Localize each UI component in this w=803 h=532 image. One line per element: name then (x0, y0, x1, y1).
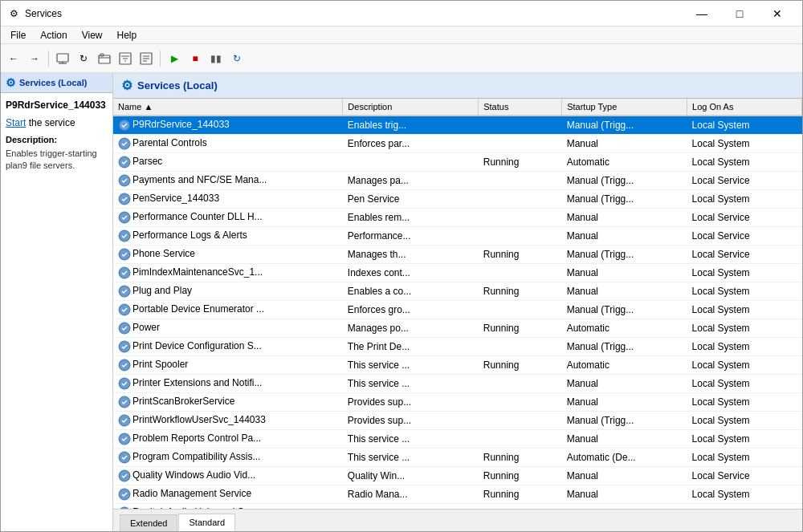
close-button[interactable]: ✕ (759, 1, 796, 26)
table-row[interactable]: Quality Windows Audio Vid...Quality Win.… (113, 467, 802, 485)
restart-button[interactable]: ↻ (227, 49, 247, 68)
cell-description: Quality Win... (343, 467, 479, 485)
cell-description: The Print De... (343, 338, 479, 356)
cell-status: Running (479, 485, 562, 504)
play-button[interactable]: ▶ (165, 49, 184, 68)
services-tbody: P9RdrService_144033Enables trig...Manual… (113, 116, 802, 509)
cell-status (479, 190, 562, 209)
table-row[interactable]: Printer Extensions and Notifi...This ser… (113, 375, 802, 393)
cell-status (479, 375, 562, 393)
table-row[interactable]: Payments and NFC/SE Mana...Manages pa...… (113, 172, 802, 190)
table-row[interactable]: Realtek Audio Universal Serv...Realtek A… (113, 504, 802, 510)
properties-button[interactable] (137, 49, 156, 68)
table-row[interactable]: Print SpoolerThis service ...RunningAuto… (113, 356, 802, 375)
cell-logon: Local System (687, 301, 802, 319)
toolbar-separator-1 (48, 51, 49, 67)
maximize-button[interactable]: □ (721, 1, 758, 26)
cell-description: Manages po... (343, 319, 479, 338)
cell-status (479, 116, 562, 135)
col-header-logon[interactable]: Log On As (687, 99, 802, 116)
menu-help[interactable]: Help (111, 28, 144, 43)
cell-status: Running (479, 282, 562, 301)
cell-startup-type: Manual (562, 264, 687, 282)
cell-logon: Local Service (687, 246, 802, 264)
cell-startup-type: Manual (Trigg... (562, 301, 687, 319)
cell-startup-type: Manual (562, 135, 687, 153)
refresh-button[interactable]: ↻ (74, 49, 93, 68)
menu-bar: File Action View Help (1, 26, 802, 44)
stop-button[interactable]: ■ (185, 49, 205, 68)
col-header-startup[interactable]: Startup Type (562, 99, 687, 116)
cell-logon: Local System (687, 430, 802, 449)
menu-view[interactable]: View (75, 28, 109, 43)
cell-logon: Local System (687, 338, 802, 356)
forward-button[interactable]: → (25, 49, 44, 68)
table-row[interactable]: PowerManages po...RunningAutomaticLocal … (113, 319, 802, 338)
table-row[interactable]: Phone ServiceManages th...RunningManual … (113, 246, 802, 264)
cell-description: Enforces par... (343, 135, 479, 153)
table-row[interactable]: Performance Logs & AlertsPerformance...M… (113, 227, 802, 246)
table-row[interactable]: P9RdrService_144033Enables trig...Manual… (113, 116, 802, 135)
tab-standard[interactable]: Standard (178, 514, 235, 531)
table-row[interactable]: Parental ControlsEnforces par...ManualLo… (113, 135, 802, 153)
cell-description: Realtek Audi... (343, 504, 479, 510)
toolbar: ← → ↻ ▶ ■ ▮▮ ↻ (1, 44, 802, 73)
sidebar-service-name: P9RdrService_144033 (6, 99, 108, 111)
cell-service-name: Parsec (113, 153, 343, 172)
bottom-tabs: Extended Standard (113, 509, 802, 531)
table-row[interactable]: Portable Device Enumerator ...Enforces g… (113, 301, 802, 319)
description-text: Enables trigger-starting plan9 file serv… (6, 148, 108, 173)
cell-service-name: Performance Logs & Alerts (113, 227, 343, 246)
description-label: Description: (6, 135, 108, 144)
filter-button[interactable] (116, 49, 135, 68)
back-button[interactable]: ← (4, 49, 23, 68)
cell-status: Running (479, 356, 562, 375)
table-row[interactable]: Plug and PlayEnables a co...RunningManua… (113, 282, 802, 301)
cell-logon: Local System (687, 319, 802, 338)
services-table-container[interactable]: Name ▲ Description Status Startup Type L… (113, 99, 802, 509)
cell-logon: Local Service (687, 209, 802, 227)
cell-logon: Local System (687, 153, 802, 172)
pause-button[interactable]: ▮▮ (206, 49, 226, 68)
table-row[interactable]: Problem Reports Control Pa...This servic… (113, 430, 802, 449)
table-row[interactable]: Program Compatibility Assis...This servi… (113, 449, 802, 467)
cell-service-name: P9RdrService_144033 (113, 116, 343, 135)
cell-startup-type: Automatic (562, 153, 687, 172)
tab-extended[interactable]: Extended (120, 514, 177, 531)
cell-description: This service ... (343, 430, 479, 449)
window-title: Services (25, 8, 683, 19)
col-header-status[interactable]: Status (479, 99, 562, 116)
show-console-button[interactable] (53, 49, 72, 68)
cell-service-name: Quality Windows Audio Vid... (113, 467, 343, 485)
table-row[interactable]: Print Device Configuration S...The Print… (113, 338, 802, 356)
start-service-link[interactable]: Start (6, 117, 26, 128)
menu-action[interactable]: Action (34, 28, 73, 43)
table-row[interactable]: Performance Counter DLL H...Enables rem.… (113, 209, 802, 227)
cell-status (479, 338, 562, 356)
table-row[interactable]: PrintWorkflowUserSvc_144033Provides sup.… (113, 412, 802, 430)
main-content: ⚙ Services (Local) P9RdrService_144033 S… (1, 73, 802, 531)
table-row[interactable]: PenService_144033Pen ServiceManual (Trig… (113, 190, 802, 209)
menu-file[interactable]: File (4, 28, 32, 43)
cell-status: Running (479, 319, 562, 338)
cell-service-name: Performance Counter DLL H... (113, 209, 343, 227)
cell-service-name: PrintWorkflowUserSvc_144033 (113, 412, 343, 430)
cell-service-name: Portable Device Enumerator ... (113, 301, 343, 319)
table-row[interactable]: PrintScanBrokerServiceProvides sup...Man… (113, 393, 802, 412)
cell-service-name: Printer Extensions and Notifi... (113, 375, 343, 393)
services-table: Name ▲ Description Status Startup Type L… (113, 99, 802, 509)
cell-service-name: Power (113, 319, 343, 338)
cell-status (479, 393, 562, 412)
minimize-button[interactable]: — (683, 1, 720, 26)
cell-status: Running (479, 467, 562, 485)
table-row[interactable]: Radio Management ServiceRadio Mana...Run… (113, 485, 802, 504)
table-row[interactable]: ParsecRunningAutomaticLocal System (113, 153, 802, 172)
col-header-description[interactable]: Description (343, 99, 479, 116)
cell-startup-type: Manual (562, 282, 687, 301)
cell-logon: Local System (687, 412, 802, 430)
export-button[interactable] (95, 49, 114, 68)
table-row[interactable]: PimIndexMaintenanceSvc_1...Indexes cont.… (113, 264, 802, 282)
col-header-name[interactable]: Name ▲ (113, 99, 343, 116)
cell-description: Indexes cont... (343, 264, 479, 282)
cell-logon: Local System (687, 449, 802, 467)
